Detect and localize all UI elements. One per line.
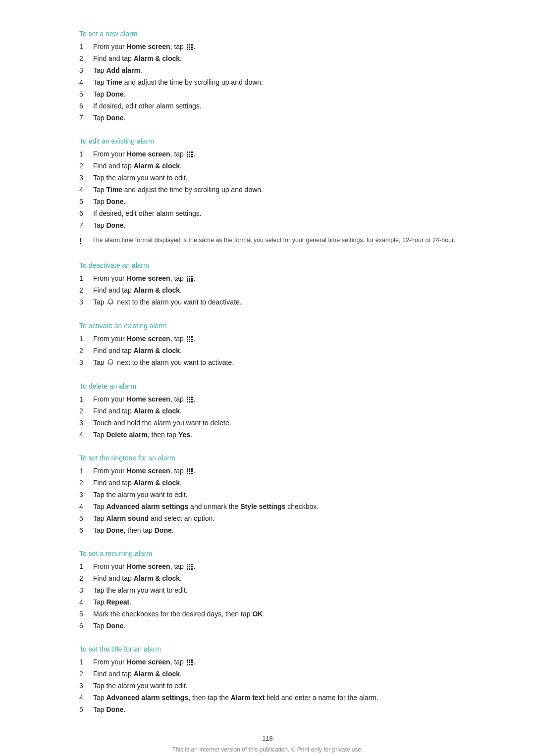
step-text: Tap the alarm you want to edit. bbox=[93, 173, 456, 183]
step-number: 3 bbox=[79, 681, 93, 691]
section-set-recurring-alarm: To set a recurring alarm1From your Home … bbox=[79, 550, 456, 631]
step-number: 4 bbox=[79, 430, 93, 440]
list-item: 5Tap Done. bbox=[79, 89, 456, 100]
step-text: From your Home screen, tap . bbox=[93, 466, 456, 476]
sections-container: To set a new alarm1From your Home screen… bbox=[79, 30, 456, 715]
step-number: 3 bbox=[79, 297, 93, 307]
list-item: 3Touch and hold the alarm you want to de… bbox=[79, 418, 456, 428]
section-title-activate-existing-alarm: To activate an existing alarm bbox=[79, 322, 456, 330]
step-list-delete-alarm: 1From your Home screen, tap .2Find and t… bbox=[79, 394, 456, 440]
list-item: 3Tap the alarm you want to edit. bbox=[79, 585, 456, 596]
step-text: Tap Add alarm. bbox=[93, 65, 456, 76]
step-text: Find and tap Alarm & clock. bbox=[93, 478, 456, 488]
section-title-set-recurring-alarm: To set a recurring alarm bbox=[79, 550, 456, 557]
bell-icon bbox=[107, 298, 114, 308]
step-list-set-recurring-alarm: 1From your Home screen, tap .2Find and t… bbox=[79, 561, 456, 631]
list-item: 1From your Home screen, tap . bbox=[79, 334, 456, 344]
note-text: The alarm time format displayed is the s… bbox=[92, 236, 455, 245]
step-number: 2 bbox=[79, 346, 93, 356]
step-text: Find and tap Alarm & clock. bbox=[93, 346, 456, 356]
list-item: 4Tap Time and adjust the time by scrolli… bbox=[79, 185, 456, 195]
section-title-deactivate-alarm: To deactivate an alarm bbox=[79, 261, 456, 269]
step-number: 1 bbox=[79, 273, 93, 284]
list-item: 1From your Home screen, tap . bbox=[79, 42, 456, 52]
step-text: Find and tap Alarm & clock. bbox=[93, 573, 456, 584]
step-text: Tap Done. bbox=[93, 89, 456, 100]
step-text: Tap the alarm you want to edit. bbox=[93, 585, 456, 596]
list-item: 2Find and tap Alarm & clock. bbox=[79, 573, 456, 584]
step-number: 3 bbox=[79, 173, 93, 183]
step-number: 7 bbox=[79, 220, 93, 231]
step-number: 2 bbox=[79, 406, 93, 416]
step-text: From your Home screen, tap . bbox=[93, 334, 456, 344]
step-list-set-ringtone: 1From your Home screen, tap .2Find and t… bbox=[79, 466, 456, 536]
list-item: 4Tap Time and adjust the time by scrolli… bbox=[79, 77, 456, 88]
step-number: 5 bbox=[79, 705, 93, 715]
step-text: Tap next to the alarm you want to activa… bbox=[93, 357, 456, 368]
step-number: 3 bbox=[79, 65, 93, 76]
section-edit-existing-alarm: To edit an existing alarm1From your Home… bbox=[79, 137, 456, 248]
list-item: 5Mark the checkboxes for the desired day… bbox=[79, 609, 456, 619]
step-list-deactivate-alarm: 1From your Home screen, tap .2Find and t… bbox=[79, 273, 456, 308]
list-item: 5Tap Alarm sound and select an option. bbox=[79, 513, 456, 524]
list-item: 1From your Home screen, tap . bbox=[79, 657, 456, 667]
page-footer: 118 This is an Internet version of this … bbox=[79, 735, 456, 753]
footer-disclaimer: This is an Internet version of this publ… bbox=[79, 746, 456, 753]
step-number: 4 bbox=[79, 185, 93, 195]
step-number: 5 bbox=[79, 609, 93, 619]
step-number: 4 bbox=[79, 502, 93, 512]
step-number: 6 bbox=[79, 621, 93, 631]
list-item: 4Tap Delete alarm, then tap Yes. bbox=[79, 430, 456, 440]
list-item: 1From your Home screen, tap . bbox=[79, 149, 456, 159]
list-item: 1From your Home screen, tap . bbox=[79, 273, 456, 284]
list-item: 7Tap Done. bbox=[79, 113, 456, 123]
step-text: Tap the alarm you want to edit. bbox=[93, 490, 456, 500]
step-text: If desired, edit other alarm settings. bbox=[93, 208, 456, 219]
step-list-edit-existing-alarm: 1From your Home screen, tap .2Find and t… bbox=[79, 149, 456, 231]
step-number: 3 bbox=[79, 357, 93, 368]
step-number: 1 bbox=[79, 561, 93, 572]
step-text: Tap next to the alarm you want to deacti… bbox=[93, 297, 456, 308]
list-item: 2Find and tap Alarm & clock. bbox=[79, 406, 456, 416]
list-item: 6If desired, edit other alarm settings. bbox=[79, 101, 456, 111]
step-text: From your Home screen, tap . bbox=[93, 561, 456, 572]
section-title-set-title: To set the title for an alarm bbox=[79, 645, 456, 653]
list-item: 2Find and tap Alarm & clock. bbox=[79, 669, 456, 679]
list-item: 4Tap Advanced alarm settings, then tap t… bbox=[79, 693, 456, 703]
step-number: 4 bbox=[79, 77, 93, 88]
list-item: 6Tap Done. bbox=[79, 621, 456, 631]
step-text: Mark the checkboxes for the desired days… bbox=[93, 609, 456, 619]
step-text: Tap Done. bbox=[93, 705, 456, 715]
section-delete-alarm: To delete an alarm1From your Home screen… bbox=[79, 382, 456, 440]
step-text: From your Home screen, tap . bbox=[93, 657, 456, 667]
step-number: 1 bbox=[79, 334, 93, 344]
list-item: 6If desired, edit other alarm settings. bbox=[79, 208, 456, 219]
list-item: 3Tap Add alarm. bbox=[79, 65, 456, 76]
step-text: Tap Advanced alarm settings, then tap th… bbox=[93, 693, 456, 703]
step-text: Tap Alarm sound and select an option. bbox=[93, 513, 456, 524]
list-item: 2Find and tap Alarm & clock. bbox=[79, 53, 456, 64]
step-text: If desired, edit other alarm settings. bbox=[93, 101, 456, 111]
list-item: 2Find and tap Alarm & clock. bbox=[79, 346, 456, 356]
step-text: Tap the alarm you want to edit. bbox=[93, 681, 456, 691]
page-number: 118 bbox=[79, 735, 456, 742]
grid-icon bbox=[187, 276, 193, 282]
step-text: From your Home screen, tap . bbox=[93, 273, 456, 284]
section-title-set-new-alarm: To set a new alarm bbox=[79, 30, 456, 38]
step-number: 5 bbox=[79, 89, 93, 100]
note-exclamation-icon: ! bbox=[79, 236, 88, 248]
step-number: 6 bbox=[79, 208, 93, 219]
list-item: 3Tap next to the alarm you want to activ… bbox=[79, 357, 456, 368]
list-item: 3Tap the alarm you want to edit. bbox=[79, 173, 456, 183]
list-item: 7Tap Done. bbox=[79, 220, 456, 231]
grid-icon bbox=[187, 151, 193, 157]
section-deactivate-alarm: To deactivate an alarm1From your Home sc… bbox=[79, 261, 456, 308]
grid-icon bbox=[187, 564, 193, 570]
list-item: 4Tap Repeat. bbox=[79, 597, 456, 607]
grid-icon bbox=[187, 468, 193, 474]
step-number: 2 bbox=[79, 573, 93, 584]
note-box: !The alarm time format displayed is the … bbox=[79, 236, 456, 248]
step-number: 3 bbox=[79, 490, 93, 500]
page-container: To set a new alarm1From your Home screen… bbox=[79, 0, 456, 756]
step-number: 6 bbox=[79, 525, 93, 536]
